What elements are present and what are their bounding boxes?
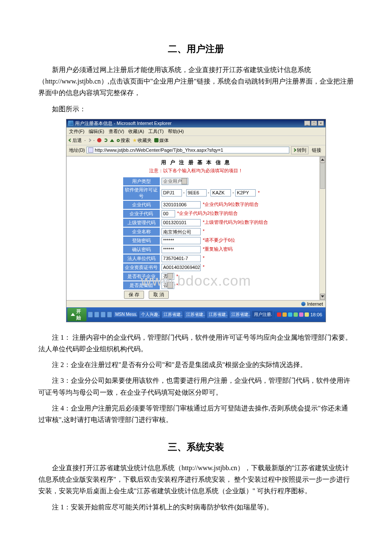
note-1: 注 1： 注册内容中的企业代码，管理部门代码，软件使用许可证号等均应向企业属地管…	[38, 332, 354, 355]
quicklaunch-icon[interactable]	[88, 312, 93, 318]
label-isgroup: 是否是集团	[123, 281, 160, 289]
links-button[interactable]: 链接	[310, 147, 323, 154]
label-password: 登陆密码	[123, 237, 160, 245]
chevron-down-icon	[321, 295, 324, 298]
license-part1[interactable]: DPJ1	[161, 189, 182, 197]
tray-icon[interactable]	[299, 312, 303, 317]
label-name: 企业名称	[123, 228, 160, 236]
label-cert: 企业资质证书号	[123, 263, 160, 272]
quicklaunch-icon[interactable]	[94, 312, 99, 318]
license-part3[interactable]: KAZK	[210, 189, 231, 197]
taskbar-item[interactable]: 江苏省建...	[229, 311, 251, 318]
browser-window: 用户注册基本信息 - Microsoft Internet Explorer _…	[66, 119, 326, 322]
input-legal[interactable]: 73570401-7	[161, 255, 201, 262]
quicklaunch-icon[interactable]	[101, 312, 106, 318]
tray-icon[interactable]	[305, 312, 309, 317]
taskbar-item[interactable]: 个人兴趣...	[139, 311, 160, 318]
go-icon	[293, 148, 296, 152]
clock: 18:06	[310, 312, 322, 317]
close-button[interactable]: ×	[318, 121, 324, 126]
note-2: 注 2：企业在注册过程"是否有分公司"和"是否是集团成员"根据企业的实际情况选择…	[38, 359, 354, 370]
refresh-button[interactable]	[104, 139, 107, 142]
select-user-type[interactable]: 企业用户	[161, 178, 188, 185]
input-password2[interactable]: ******	[161, 246, 201, 253]
license-part4[interactable]: K2PY	[235, 189, 256, 197]
start-button[interactable]: 开始	[67, 308, 86, 321]
tray-icon[interactable]	[282, 312, 287, 317]
go-button[interactable]: 转到	[291, 146, 308, 154]
scroll-down-button[interactable]	[320, 294, 325, 300]
back-label: 后退	[72, 137, 82, 144]
scroll-up-button[interactable]	[320, 157, 325, 163]
hint-password: *请不要少于6位	[202, 237, 235, 243]
search-button[interactable]: 搜索	[117, 137, 130, 144]
favorites-button[interactable]: 收藏夹	[133, 137, 152, 144]
maximize-button[interactable]: □	[311, 121, 317, 126]
menu-fav[interactable]: 收藏(A)	[128, 128, 144, 135]
scroll-thumb[interactable]	[320, 163, 325, 189]
taskbar-item[interactable]: 江苏省建...	[184, 311, 205, 318]
select-isgroup[interactable]: 否	[161, 282, 174, 289]
menu-edit[interactable]: 编辑(E)	[89, 128, 104, 135]
hint-password2: *重复输入密码	[202, 246, 233, 251]
cert-star: *	[202, 264, 205, 269]
start-label: 开始	[76, 308, 83, 321]
input-subcode[interactable]: 00	[161, 210, 175, 217]
save-button[interactable]: 保 存	[124, 291, 144, 299]
tray-icon[interactable]	[294, 312, 298, 317]
media-icon	[154, 138, 159, 142]
taskbar-item[interactable]: 江苏省建...	[207, 311, 228, 318]
taskbar-item-active[interactable]: 用户注册...	[252, 311, 273, 318]
menu-help[interactable]: 帮助(H)	[168, 128, 184, 135]
section2-note1: 注 1：安装开始前应尽可能关闭计算机上的实时病毒防护软件(如瑞星等)。	[38, 501, 354, 513]
menu-file[interactable]: 文件(F)	[69, 128, 84, 135]
input-name[interactable]: 南京博州公司	[161, 228, 201, 235]
taskbar-item[interactable]: 江苏省建...	[161, 311, 183, 318]
address-input[interactable]: http://www.jstjbb.cn/WebCenter/Page/Tjbb…	[86, 147, 289, 153]
back-button[interactable]: 后退	[69, 137, 82, 144]
search-label: 搜索	[121, 137, 130, 144]
minimize-button[interactable]: _	[304, 121, 310, 126]
label-code: 企业代码	[123, 201, 160, 209]
taskbar-item[interactable]: MSN Mess...	[113, 311, 138, 318]
input-code[interactable]: 320101006	[161, 201, 201, 208]
tray-icon[interactable]	[288, 312, 292, 317]
section1-title: 二、用户注册	[38, 43, 354, 55]
quicklaunch-icon[interactable]	[107, 312, 112, 318]
page-notice: 注意：以下各个输入框均为必须填写的项目！	[66, 168, 326, 176]
tray-icon[interactable]	[277, 312, 281, 317]
label-user-type: 用户类型	[123, 177, 160, 185]
stop-button[interactable]	[97, 138, 101, 142]
media-button[interactable]: 媒体	[154, 137, 169, 144]
input-password[interactable]: ******	[161, 237, 201, 244]
input-mgmt[interactable]: 001320101	[161, 219, 201, 226]
search-icon	[117, 139, 120, 142]
section2-p1: 企业直接打开江苏省建筑业统计信息系统（http://www.jstjbb.cn）…	[38, 462, 354, 497]
home-button[interactable]	[110, 139, 114, 142]
name-star: *	[202, 228, 205, 234]
label-hassub: 是否有子企业	[123, 272, 160, 280]
page-title: 用 户 注 册 基 本 信 息	[66, 156, 326, 168]
license-part2[interactable]: 9EE6	[186, 189, 207, 197]
select-hassub[interactable]: 否	[161, 273, 174, 280]
license-star: *	[257, 190, 259, 195]
section1-intro: 新用户必须通过网上注册后才能使用该系统，企业直接打开江苏省建筑业统计信息系统（h…	[38, 64, 354, 99]
scrollbar[interactable]	[319, 156, 326, 300]
input-cert[interactable]: A0014032069402	[161, 264, 201, 271]
globe-icon	[301, 302, 306, 306]
cancel-button[interactable]: 取 消	[149, 291, 169, 299]
hint-subcode: *企业子代码为2位数字的组合	[176, 211, 238, 216]
menu-tools[interactable]: 工具(T)	[148, 128, 164, 135]
system-tray: 18:06	[274, 312, 325, 318]
menu-view[interactable]: 查看(V)	[109, 128, 124, 135]
titlebar: 用户注册基本信息 - Microsoft Internet Explorer _…	[66, 119, 326, 127]
go-label: 转到	[297, 147, 306, 153]
forward-button[interactable]	[88, 139, 91, 142]
legal-star: *	[202, 255, 205, 260]
page-icon	[88, 147, 93, 153]
hassub-star: *	[176, 274, 178, 279]
statusbar: Internet	[66, 300, 326, 307]
stop-icon	[97, 138, 101, 142]
label-mgmt: 上级管理代码	[123, 219, 160, 227]
label-legal: 法人单位代码	[123, 254, 160, 263]
